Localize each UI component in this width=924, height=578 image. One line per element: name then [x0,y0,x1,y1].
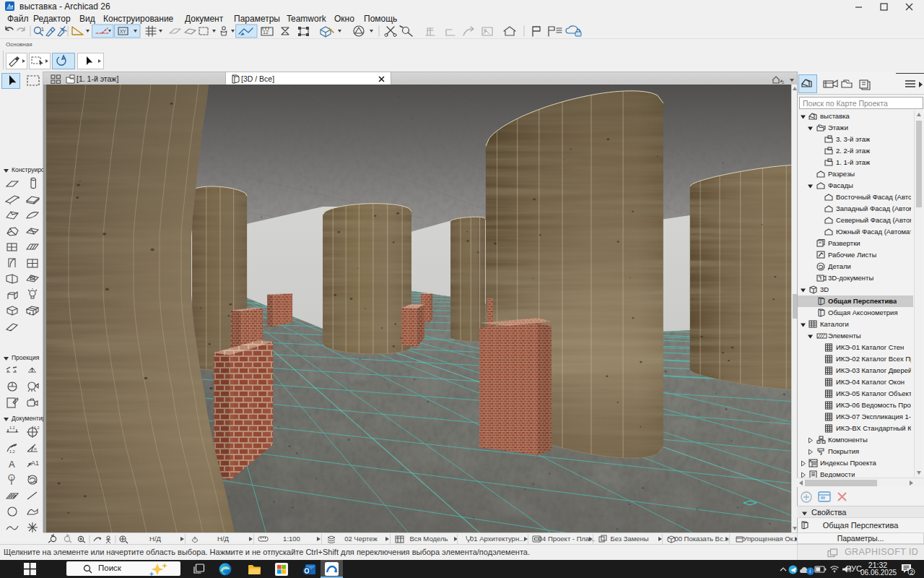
svg-text:A1: A1 [31,460,39,467]
svg-text:1.2: 1.2 [34,426,40,430]
svg-text:1.2: 1.2 [9,426,15,430]
svg-text:12: 12 [263,30,269,35]
svg-text:1: 1 [11,476,14,480]
svg-text:1.2: 1.2 [9,449,15,454]
svg-text:XY: XY [120,29,126,34]
svg-text:2: 2 [910,569,914,575]
svg-text:i: i [809,568,811,574]
svg-text:α: α [34,447,37,451]
svg-text:A: A [9,459,15,470]
svg-text:1: 1 [41,27,44,32]
